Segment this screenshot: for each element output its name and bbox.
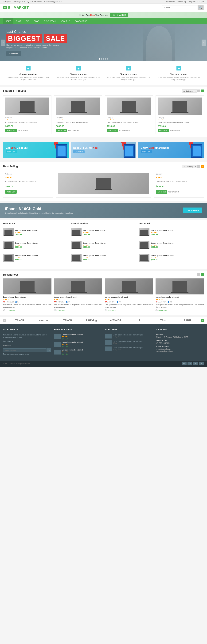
mini-title-1: Lorem ipsum dolor sit amet [151, 242, 174, 244]
post-stars-0: ★★★☆☆ [3, 298, 51, 300]
compare-link[interactable]: Compare (0) [188, 1, 198, 3]
brands-next-button[interactable]: › [201, 319, 204, 322]
nav-item-contact-us[interactable]: CONTACT US [73, 18, 89, 24]
post-date-1: 📅 5 July 2014 [54, 301, 65, 303]
mini-product-0: Lorem ipsum dolor sit amet ★★★★☆ $899.99 [139, 228, 204, 239]
hero-image [143, 24, 175, 61]
recent-posts-next-button[interactable]: › [201, 273, 204, 276]
new-arrival-column: New Arrival Lorem ipsum dolor sit amet ★… [3, 222, 68, 266]
slider-dot-3[interactable] [103, 58, 104, 60]
post-comments-1[interactable]: 💬 5 Comments [54, 310, 65, 311]
nav-item-blog-detail[interactable]: BLOG DETAIL [41, 18, 58, 24]
post-comments-3[interactable]: 💬 5 Comments [156, 310, 167, 311]
search-input[interactable] [162, 6, 198, 10]
add-to-cart-0[interactable]: Add to Cart [5, 129, 17, 132]
search-bar: 🔍 [162, 5, 204, 10]
footer-news-title-0[interactable]: Lorem ipsum dolor sit amet, animal feuga… [113, 334, 143, 336]
top-bar-right: My Account Wishlist (0) Compare (0) Logi… [166, 1, 204, 3]
wishlist-3[interactable]: Add to Wishlist [170, 130, 181, 131]
promo-banner-1-btn[interactable]: Learn More [6, 150, 17, 154]
add-to-cart-1[interactable]: Add to Cart [56, 129, 67, 132]
featured-category-select[interactable]: All Category [182, 89, 197, 92]
hero-cta-button[interactable]: Shop Now [6, 51, 21, 56]
bs-right-wishlist[interactable]: Add to Wishlist [168, 191, 179, 193]
footer-featured-products: Lorem ipsum dolor sit amet ★★★★☆ $899.50… [54, 334, 102, 355]
footer-news-title-1[interactable]: Lorem ipsum dolor sit amet, animal feuga… [113, 340, 143, 342]
footer-email-1: shop@gmail.com [156, 348, 204, 350]
language-selector[interactable]: ☰ English [3, 1, 11, 3]
mini-price-1: $899.99 [83, 246, 106, 248]
post-comments-2[interactable]: 💬 5 Comments [105, 310, 116, 311]
recent-posts-prev-button[interactable]: ‹ [198, 273, 200, 276]
main-nav: HOMESHOPFAQBLOGBLOG DETAILABOUT USCONTAC… [0, 18, 207, 24]
footer-product-img-0 [54, 334, 61, 339]
feature-desc-2: Cicero famously crated against his polit… [105, 76, 152, 81]
iphone-promo-cta-button[interactable]: Call to Action [183, 208, 202, 213]
mini-title-1: Lorem ipsum dolor sit amet [83, 242, 106, 244]
add-to-cart-2[interactable]: Add to Cart [107, 129, 118, 132]
best-selling-prev-button[interactable]: ‹ [198, 165, 200, 168]
posts-grid: Lorem ipsum dolor sit amet ★★★☆☆ 📅 5 Jul… [3, 278, 204, 312]
newsletter-email-input[interactable] [3, 348, 46, 352]
promo-banner-3-btn[interactable]: Learn More [141, 150, 152, 154]
post-comments-0[interactable]: 💬 5 Comments [3, 310, 14, 311]
product-stars-3: ★★★★☆ [158, 119, 202, 121]
brand-logo-6: T [129, 319, 150, 322]
best-selling-next-button[interactable]: › [201, 165, 204, 168]
footer-featured-title: Featured Products [54, 328, 102, 332]
nav-item-faq[interactable]: FAQ [23, 18, 32, 24]
post-title-2: Lorem ipsum dolor sit amet [105, 296, 153, 298]
post-author-1: 👤 K/F [66, 301, 71, 303]
bs-right-add-to-cart[interactable]: Add to Cart [156, 190, 167, 194]
slider-dot-1[interactable] [99, 58, 100, 60]
slider-next-button[interactable]: › [202, 40, 206, 46]
nav-item-blog[interactable]: BLOG [32, 18, 41, 24]
read-more-link[interactable]: Read More ► [3, 340, 13, 342]
product-image-3 [158, 98, 202, 115]
nav-item-shop[interactable]: SHOP [13, 18, 23, 24]
feature-desc-0: Cicero famously crated against his polit… [5, 76, 52, 81]
nav-item-about-us[interactable]: ABOUT US [58, 18, 73, 24]
get-started-button[interactable]: GET STARTED [110, 13, 128, 17]
footer-news-title-2[interactable]: Lorem ipsum dolor sit amet, animal feuga… [113, 347, 143, 348]
slider-dot-2[interactable] [101, 58, 102, 60]
slider-dot-4[interactable] [105, 58, 106, 60]
best-selling-category-select[interactable]: All Category [182, 165, 197, 168]
mini-price-0: $899.99 [83, 233, 106, 236]
featured-next-button[interactable]: › [201, 90, 204, 92]
mini-product-1: Lorem ipsum dolor sit amet ★★★★☆ $899.99 [71, 241, 136, 252]
wishlist-1[interactable]: Add to Wishlist [68, 130, 79, 131]
my-account-link[interactable]: My Account [166, 1, 175, 3]
post-author-0: 👤 K/F [15, 301, 20, 303]
mini-img-0 [139, 228, 150, 236]
footer-news-img-2 [105, 346, 112, 351]
bs-right-price: $899.00 [156, 185, 202, 188]
login-link[interactable]: Login [200, 1, 204, 3]
add-to-cart-3[interactable]: Add to Cart [158, 129, 169, 132]
search-button[interactable]: 🔍 [198, 6, 204, 10]
bs-left-add-to-cart[interactable]: Add to Cart [5, 190, 17, 194]
nav-item-home[interactable]: HOME [3, 18, 13, 24]
promo-banner-2-content: Best OFFER for You Learn More [73, 146, 97, 154]
slider-dot-5[interactable] [107, 58, 108, 60]
wishlist-2[interactable]: Add to Wishlist [119, 130, 130, 131]
featured-prev-button[interactable]: ‹ [198, 90, 200, 92]
promo-banner-2-btn[interactable]: Learn More [73, 150, 85, 154]
footer-product-img-1 [54, 342, 61, 347]
mini-stars-2: ★★★★☆ [83, 257, 106, 258]
best-selling-controls: All Category ‹ › [182, 165, 204, 168]
currency-selector[interactable]: Currency: USD [13, 1, 25, 3]
mini-info-0: Lorem ipsum dolor sit amet ★★★★☆ $899.99 [151, 229, 174, 236]
brands-prev-button[interactable]: ‹ [3, 319, 6, 322]
newsletter-submit-button[interactable]: ➤ [47, 348, 51, 352]
post-image-1 [54, 278, 102, 294]
featured-controls: All Category ‹ › [182, 89, 204, 92]
footer-product-price-1: $899.50 [62, 346, 83, 348]
footer-product-stars-2: ★★★★☆ [62, 351, 83, 353]
features-section: ◆ Choose a product Cicero famously crate… [0, 61, 207, 85]
footer-featured-product-2: Lorem ipsum dolor sit amet ★★★★☆ $899.50 [54, 349, 102, 355]
wishlist-link[interactable]: Wishlist (0) [177, 1, 186, 3]
wishlist-0[interactable]: Add to Wishlist [17, 130, 28, 131]
footer-product-img-2 [54, 350, 61, 354]
promo-banner-1: Get 60% Discount Learn More [3, 142, 69, 158]
